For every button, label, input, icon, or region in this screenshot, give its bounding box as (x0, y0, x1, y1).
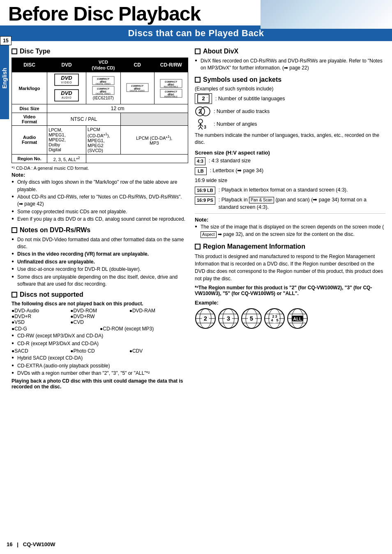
svg-text:AUDIO: AUDIO (62, 96, 72, 99)
svg-point-32 (198, 119, 203, 123)
region-disc-3: 3 (218, 308, 239, 330)
row-marklogo-cd: COMPACT disc DIGITAL AUDIO (120, 72, 154, 104)
dvd-rs-item: Some discs are unplayable depending on t… (12, 274, 188, 288)
disc-item: ●DVD+RW (70, 314, 129, 319)
svg-text:DIGITAL AUDIO: DIGITAL AUDIO (130, 90, 145, 92)
disc-item: ●CVD (70, 319, 129, 325)
desc-169-ps: : Playback in Pan & Scan (pan and scan) … (219, 196, 385, 211)
svg-line-36 (198, 127, 201, 129)
divx-text: DivX files recorded on CD-Rs/RWs and DVD… (195, 58, 385, 72)
note-item: Only discs with logos shown in the "Mark… (12, 179, 188, 193)
region-section: Region Management Information This produ… (195, 243, 385, 330)
disc-item: ●VSD (12, 319, 70, 325)
discs-warning: The following discs are not played back … (12, 301, 188, 307)
region-disc-5: 5 (241, 308, 262, 330)
page-title: Before Disc Playback (8, 4, 384, 24)
footer-page-number: 16 (7, 541, 12, 547)
section-checkbox-icon-2 (12, 227, 17, 233)
svg-text:RECORDABLE: RECORDABLE (164, 85, 178, 88)
symbols-note: The numbers indicate the number of langu… (195, 132, 385, 146)
symbols-title: Symbols used on jackets (203, 76, 281, 83)
svg-line-35 (201, 124, 203, 127)
footnote1: *¹ CD-DA : A general music CD format. (12, 166, 188, 171)
svg-text:3: 3 (227, 315, 230, 322)
svg-text:5: 5 (276, 318, 278, 322)
audio-desc: : Number of audio tracks (214, 108, 270, 114)
col-cd: CD (120, 58, 154, 72)
aspect-inline-box: Aspect (201, 231, 217, 238)
discs-not-supported-title: Discs not supported (20, 291, 83, 298)
dvd-video-logo: DVD VIDEO (54, 74, 79, 87)
disc-item: ●Photo CD (70, 348, 129, 354)
row-regionno-value: 2, 3, 5, ALL*2 (47, 154, 86, 163)
aspect-169-wide: 16:9 wide size (195, 177, 385, 185)
disc-item: ●CDV (129, 348, 188, 354)
disc-item: ●CD-G (12, 326, 100, 332)
svg-text:4: 4 (271, 318, 273, 322)
disc-type-notes: Only discs with logos shown in the "Mark… (12, 179, 188, 223)
about-divx-list: DivX files recorded on CD-Rs/RWs and DVD… (195, 58, 385, 72)
col-vcd: VCD(Video CD) (86, 58, 121, 72)
row-audioformat-vcd: LPCM(CD-DA*1),MPEG1,MPEG2(SVCD) (86, 126, 121, 155)
svg-text:5: 5 (250, 315, 253, 322)
screen-size-notes: The size of the image that is displayed … (195, 224, 385, 238)
photo-cd-warning: Playing back a photo CD disc with this u… (12, 378, 188, 390)
row-discsize-label: Disc Size (12, 104, 47, 113)
dvd-rs-item: Use disc-at-once recording for DVD-R DL … (12, 266, 188, 273)
disc-item: ●SACD (12, 348, 70, 354)
svg-text:DIGITAL VIDEO: DIGITAL VIDEO (96, 83, 111, 85)
svg-text:ALL: ALL (293, 316, 302, 321)
badge-169-ps: 16:9 PS (195, 196, 215, 204)
aspect-lb: LB : Letterbox (➡ page 34) (195, 167, 385, 175)
screen-size-note-section: Note: The size of the image that is disp… (195, 213, 385, 238)
desc-169-wide: 16:9 wide size (195, 177, 227, 185)
svg-text:DVD: DVD (61, 75, 72, 81)
disc-type-table: DISC DVD VCD(Video CD) CD CD-R/RW Mark/l… (12, 58, 188, 163)
region-header: Region Management Information (195, 243, 385, 250)
row-discsize-value: 12 cm (47, 104, 188, 113)
disc-item: CD-EXTRA (audio-only playback possible) (12, 362, 188, 369)
screen-note-item: The size of the image that is displayed … (195, 224, 385, 238)
dvd-rs-item-bold: Unfinalized discs are unplayable. (12, 259, 188, 265)
region-discs-container: 2 3 (195, 308, 385, 330)
note-item: About CD-Rs and CD-RWs, refer to "Notes … (12, 194, 188, 208)
about-divx-header: About DivX (195, 48, 385, 55)
angle-desc: : Number of angles (214, 121, 257, 127)
svg-text:.: . (207, 95, 208, 99)
col-cdrw: CD-R/RW (154, 58, 188, 72)
screen-size-title: Screen size (H:V aspect ratio) (195, 150, 385, 156)
row-marklogo-label: Mark/logo (12, 72, 47, 104)
disc-item: ●DVD-RAM (129, 308, 188, 314)
note-item: Even if you play a dts DVD or a dts CD, … (12, 216, 188, 223)
region-disc-2: 2 (195, 308, 216, 330)
symbols-header: Symbols used on jackets (195, 76, 385, 83)
section-checkbox-icon (12, 48, 17, 54)
symbol-audio: 2 : Number of audio tracks (195, 106, 385, 116)
svg-text:DVD: DVD (61, 90, 72, 96)
row-marklogo-cdrw: COMPACT disc RECORDABLE COMPACT disc REW… (154, 72, 188, 104)
right-column: About DivX DivX files recorded on CD-Rs/… (195, 44, 385, 391)
footer-model: CQ-VW100W (23, 541, 55, 547)
section-checkbox-icon-5 (195, 77, 201, 83)
row-audioformat-cd: LPCM (CD-DA*1),MP3 (120, 126, 188, 155)
page-number-15: 15 (0, 36, 12, 45)
disc-item: ●DVD-Audio (12, 308, 70, 314)
disc-item: CD-RW (except MP3/DivX and CD-DA) (12, 332, 188, 339)
svg-text:REWRITABLE: REWRITABLE (164, 95, 178, 98)
screen-size-section: Screen size (H:V aspect ratio) 4:3 : 4:3… (195, 150, 385, 238)
aspect-list: 4:3 : 4:3 standard size LB : Letterbox (… (195, 157, 385, 211)
disc-item: DVDs with a region number other than "2"… (12, 370, 188, 377)
iec-note: (IEC62107) (93, 96, 114, 100)
desc-4-3: : 4:3 standard size (209, 157, 251, 165)
note-item: Some copy-protected music CDs are not pl… (12, 208, 188, 215)
symbol-subtitle: 2 . : Number of subtitle languages (195, 93, 385, 104)
row-regionno-label: Region No. (12, 154, 47, 163)
page-header: Before Disc Playback (0, 0, 392, 24)
region-text: This product is designed and manufacture… (195, 253, 385, 282)
svg-text:DIGITAL VIDEO: DIGITAL VIDEO (96, 92, 111, 95)
dvd-rs-item: Do not mix DVD-Video formatted data and … (12, 236, 188, 251)
symbols-list: 2 . : Number of subtitle languages 2 : N… (195, 93, 385, 129)
row-videoformat-label: VideoFormat (12, 113, 47, 126)
region-disc-multi: 2 3 4 5 (264, 308, 285, 330)
row-audioformat-label: AudioFormat (12, 126, 47, 155)
